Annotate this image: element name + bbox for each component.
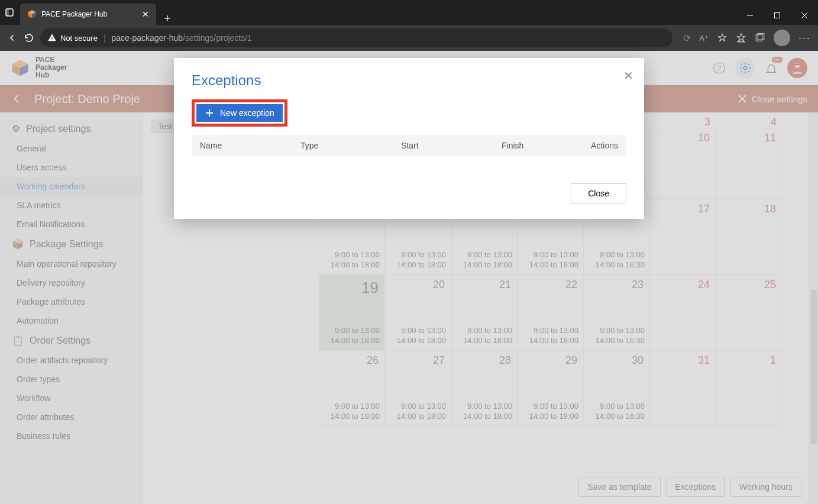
app-logo-icon xyxy=(11,59,30,77)
calendar-cell[interactable]: 239:00 to 13:0014:00 to 16:30 xyxy=(584,274,650,350)
back-icon[interactable] xyxy=(7,33,18,43)
calendar-cell[interactable]: 279:00 to 13:0014:00 to 18:00 xyxy=(385,350,451,426)
notifications-icon[interactable]: 9+ xyxy=(761,58,781,78)
sidebar-item[interactable]: Workflow xyxy=(0,389,142,408)
day-number: 22 xyxy=(565,279,577,291)
sidebar-item[interactable]: Package attributes xyxy=(0,292,142,311)
sidebar-item[interactable]: Order types xyxy=(0,370,142,389)
table-header: Name Type Start Finish Actions xyxy=(192,135,626,156)
favorites-bar-icon[interactable] xyxy=(736,33,746,43)
settings-icon[interactable] xyxy=(735,58,755,78)
svg-rect-6 xyxy=(775,13,780,18)
working-hours-text: 9:00 to 13:0014:00 to 18:00 xyxy=(390,325,446,346)
security-indicator[interactable]: Not secure xyxy=(47,33,98,43)
notification-badge: 9+ xyxy=(772,57,783,63)
menu-icon[interactable]: ··· xyxy=(798,32,811,44)
favorites-icon[interactable] xyxy=(717,33,728,43)
working-hours-button[interactable]: Working hours xyxy=(730,477,801,497)
user-avatar[interactable] xyxy=(787,58,807,78)
calendar-cell[interactable]: 229:00 to 13:0014:00 to 18:00 xyxy=(518,274,584,350)
tab-actions-icon[interactable] xyxy=(5,8,15,17)
sidebar-item[interactable]: Main operational repository xyxy=(0,254,142,273)
section-icon: 📦 xyxy=(12,238,24,250)
calendar-cell[interactable]: 1 xyxy=(716,350,783,426)
sidebar-item[interactable]: Email Notifications xyxy=(0,215,142,234)
sync-icon[interactable]: ⟳ xyxy=(683,33,691,44)
browser-tab[interactable]: PACE Packager Hub ✕ xyxy=(20,4,156,25)
section-icon: ⚙ xyxy=(12,123,20,134)
sidebar-item[interactable]: Order attributes xyxy=(0,408,142,427)
svg-rect-9 xyxy=(51,37,52,38)
calendar-cell[interactable]: 3 xyxy=(650,112,716,128)
exceptions-button[interactable]: Exceptions xyxy=(667,477,725,497)
app-name: PACEPackagerHub xyxy=(35,56,67,80)
window-maximize-icon[interactable] xyxy=(764,6,791,25)
help-icon[interactable]: ? xyxy=(709,58,729,78)
sidebar-item[interactable]: Delivery repository xyxy=(0,273,142,292)
working-hours-text: 9:00 to 13:0014:00 to 18:00 xyxy=(324,401,380,422)
window-close-icon[interactable] xyxy=(791,6,818,25)
calendar-cell[interactable]: 289:00 to 13:0014:00 to 18:00 xyxy=(451,350,518,426)
browser-toolbar: Not secure | pace-packager-hub/settings/… xyxy=(0,25,818,51)
back-to-projects-icon[interactable] xyxy=(11,92,24,105)
th-start: Start xyxy=(401,141,502,150)
sidebar-item[interactable]: SLA metrics xyxy=(0,196,142,215)
day-number: 23 xyxy=(632,279,644,291)
collections-icon[interactable] xyxy=(755,33,765,43)
calendar-cell[interactable]: 209:00 to 13:0014:00 to 18:00 xyxy=(385,274,451,350)
sidebar-section-header: 📋Order Settings xyxy=(0,330,142,351)
warning-icon xyxy=(47,33,57,43)
calendar-cell[interactable]: 10 xyxy=(650,128,716,199)
day-number: 30 xyxy=(632,354,644,367)
close-settings-button[interactable]: Close settings xyxy=(738,94,807,104)
day-number: 10 xyxy=(698,132,710,144)
sidebar-item[interactable]: Working calendars xyxy=(0,177,142,196)
th-actions: Actions xyxy=(590,141,618,150)
settings-sidebar: ⚙Project settingsGeneralUsers accessWork… xyxy=(0,112,143,504)
read-aloud-icon[interactable]: A⁺ xyxy=(699,34,709,43)
th-finish: Finish xyxy=(502,141,590,150)
calendar-cell[interactable]: 4 xyxy=(716,112,783,128)
new-tab-button[interactable]: ＋ xyxy=(156,11,179,25)
day-number: 11 xyxy=(764,132,776,144)
profile-avatar[interactable] xyxy=(774,30,790,46)
sidebar-item[interactable]: General xyxy=(0,139,142,158)
day-number: 29 xyxy=(565,354,577,367)
calendar-cell[interactable]: 299:00 to 13:0014:00 to 18:00 xyxy=(518,350,584,426)
th-name: Name xyxy=(200,141,300,150)
sidebar-section-header: ⚙Project settings xyxy=(0,118,142,139)
working-hours-text: 9:00 to 13:0014:00 to 16:30 xyxy=(589,250,645,270)
save-as-template-button[interactable]: Save as template xyxy=(578,477,660,497)
project-title: Project: Demo Proje xyxy=(34,92,140,106)
sidebar-item[interactable]: Automation xyxy=(0,311,142,330)
modal-close-icon[interactable]: ✕ xyxy=(623,69,633,83)
modal-close-button[interactable]: Close xyxy=(571,183,626,203)
calendar-cell[interactable]: 25 xyxy=(716,274,783,350)
sidebar-item[interactable]: Business rules xyxy=(0,427,142,445)
calendar-cell[interactable]: 24 xyxy=(650,274,716,350)
address-bar[interactable]: Not secure | pace-packager-hub/settings/… xyxy=(40,28,672,47)
day-number: 4 xyxy=(771,116,777,128)
working-hours-text: 9:00 to 13:0014:00 to 18:00 xyxy=(390,250,446,270)
sidebar-section-header: 📦Package Settings xyxy=(0,234,142,254)
sidebar-item[interactable]: Users access xyxy=(0,158,142,177)
calendar-cell[interactable]: 309:00 to 13:0014:00 to 16:30 xyxy=(584,350,650,426)
scrollbar-thumb[interactable] xyxy=(811,290,817,444)
calendar-cell[interactable]: 18 xyxy=(716,199,783,274)
calendar-cell[interactable]: 199:00 to 13:0014:00 to 18:00 xyxy=(319,274,385,350)
calendar-cell[interactable]: 31 xyxy=(650,350,716,426)
window-minimize-icon[interactable] xyxy=(736,6,764,25)
working-hours-text: 9:00 to 13:0014:00 to 18:00 xyxy=(324,325,380,346)
tab-close-icon[interactable]: ✕ xyxy=(142,9,149,19)
working-hours-text: 9:00 to 13:0014:00 to 18:00 xyxy=(523,401,578,422)
svg-rect-12 xyxy=(756,35,762,41)
new-exception-button[interactable]: New exception xyxy=(196,104,283,122)
calendar-cell[interactable]: 17 xyxy=(650,199,716,274)
vertical-scrollbar[interactable] xyxy=(809,112,818,504)
sidebar-item[interactable]: Order artifacts repository xyxy=(0,351,142,370)
calendar-cell[interactable]: 269:00 to 13:0014:00 to 18:00 xyxy=(319,350,385,426)
calendar-cell[interactable]: 219:00 to 13:0014:00 to 18:00 xyxy=(451,274,518,350)
day-number: 20 xyxy=(433,279,445,291)
refresh-icon[interactable] xyxy=(24,33,34,43)
calendar-cell[interactable]: 11 xyxy=(716,128,783,199)
